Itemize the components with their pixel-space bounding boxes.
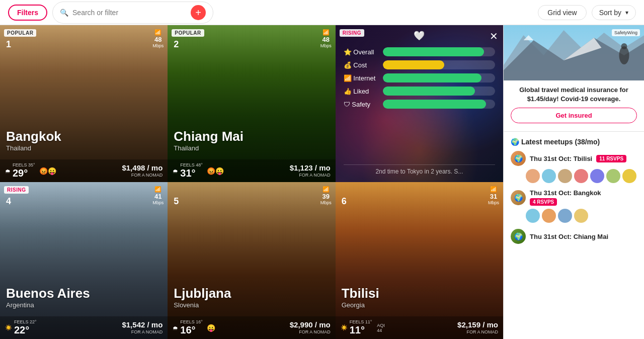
country-name: Slovenia	[174, 301, 231, 309]
city-grid: POPULAR 1 📶 48 Mbps Bangkok Thailand 🌧 F…	[0, 25, 503, 339]
get-insured-button[interactable]: Get insured	[511, 108, 637, 123]
rating-bar-bg	[383, 87, 495, 96]
price-value: $2,159 / mo	[457, 320, 498, 329]
temp-value: FEELS 35° 29°	[13, 162, 35, 179]
rating-bar-bg	[383, 100, 495, 109]
temp-area: ☀️ FEELS 11° 11° AQI44	[341, 319, 385, 336]
card-bottom-info: ☀️ FEELS 22° 22° $1,542 / mo FOR A NOMAD	[0, 316, 168, 339]
sort-by-button[interactable]: Sort by ▾	[592, 5, 636, 20]
temp-area: 🌧 FEELS 16° 16° 😛	[173, 319, 215, 336]
wifi-info: 📶 48 Mbps	[152, 29, 164, 48]
rating-bar-bg	[383, 60, 495, 69]
avatar	[558, 209, 572, 223]
meetups-title: 🌍 Latest meetups (38/mo)	[511, 138, 637, 146]
sort-by-label: Sort by	[599, 9, 621, 17]
price-subtitle: FOR A NOMAD	[457, 329, 498, 335]
meetup-item-chiangmai: 🌍 Thu 31st Oct: Chiang Mai	[511, 229, 637, 247]
price-area: $1,123 / mo FOR A NOMAD	[290, 163, 331, 178]
wifi-icon: 📶	[152, 186, 164, 193]
mood-icons: 😛	[207, 324, 215, 332]
main-content: POPULAR 1 📶 48 Mbps Bangkok Thailand 🌧 F…	[0, 25, 644, 339]
avatar	[526, 209, 540, 223]
avatar	[542, 169, 556, 183]
avatar	[574, 169, 588, 183]
wifi-unit: Mbps	[152, 200, 164, 205]
avatar	[606, 169, 620, 183]
weather-icon: 🌧	[173, 168, 178, 174]
price-subtitle: FOR A NOMAD	[290, 329, 331, 335]
close-button[interactable]: ✕	[490, 30, 498, 42]
add-filter-button[interactable]: +	[191, 5, 206, 20]
wifi-info: 📶 31 Mbps	[488, 186, 499, 205]
insurance-card: SafetyWing Global travel medical insuran…	[504, 25, 644, 132]
price-subtitle: FOR A NOMAD	[122, 173, 163, 178]
filters-button[interactable]: Filters	[8, 5, 47, 21]
grid-view-button[interactable]: Grid view	[538, 5, 586, 20]
temp-value: FEELS 16° 16°	[180, 319, 203, 336]
weather-icon: ☀️	[5, 324, 12, 331]
meetup-name: Thu 31st Oct: Bangkok	[530, 189, 637, 197]
price-subtitle: FOR A NOMAD	[122, 329, 163, 335]
city-name-area: Buenos Aires Argentina	[6, 286, 90, 309]
avatar	[542, 209, 556, 223]
card-bottom-info: 🌧 FEELS 16° 16° 😛 $2,990 / mo FOR A NOMA…	[168, 316, 335, 339]
heart-icon: 🤍	[414, 30, 425, 41]
rating-cost: 💰 Cost	[344, 60, 495, 69]
rating-bar-bg	[383, 73, 495, 82]
city-card-chiangmai[interactable]: POPULAR 2 📶 48 Mbps Chiang Mai Thailand …	[168, 25, 335, 182]
avatar	[622, 169, 636, 183]
wifi-info: 📶 41 Mbps	[152, 186, 164, 205]
rsvp-badge: 11 RSVPS	[596, 155, 626, 162]
price-area: $2,159 / mo FOR A NOMAD	[457, 320, 498, 335]
city-card-tokyo[interactable]: RISING 🤍 ✕ ⭐ Overall 💰 Cost	[336, 25, 503, 182]
rating-label: 👍 Liked	[344, 88, 379, 95]
rating-label: 💰 Cost	[344, 61, 379, 69]
meetup-name: Thu 31st Oct: Chiang Mai	[530, 233, 608, 240]
city-card-ljubljana[interactable]: 5 📶 39 Mbps Ljubljana Slovenia 🌧 FEELS 1…	[168, 182, 335, 339]
rating-bar	[383, 47, 484, 56]
safety-wing-label: SafetyWing	[612, 29, 640, 36]
meetup-item-tbilisi: 🌍 Thu 31st Oct: Tbilisi 11 RSVPS	[511, 151, 637, 183]
avatar	[590, 169, 604, 183]
card-overlay	[168, 182, 335, 339]
header: Filters 🔍 + Grid view Sort by ▾	[0, 0, 644, 25]
city-card-tbilisi[interactable]: 6 📶 31 Mbps Tbilisi Georgia ☀️ FEELS 11°…	[336, 182, 503, 339]
temp-value: FEELS 11° 11°	[350, 319, 372, 336]
meetup-item-bangkok: 🌍 Thu 31st Oct: Bangkok 4 RSVPS	[511, 189, 637, 223]
mood-icons: 😡😛	[39, 167, 56, 175]
price-subtitle: FOR A NOMAD	[290, 173, 331, 178]
rating-liked: 👍 Liked	[344, 87, 495, 96]
city-name: Chiang Mai	[174, 129, 244, 144]
insurance-image: SafetyWing	[504, 25, 644, 80]
tokyo-footer: 2nd time to Tokyo in 2 years. S...	[344, 164, 495, 175]
rank-number: 1	[6, 39, 11, 50]
mood-icons: 😡😛	[207, 167, 224, 175]
rating-label: 📶 Internet	[344, 74, 379, 82]
badge-rising: RISING	[4, 186, 29, 194]
meetup-header: 🌍 Thu 31st Oct: Tbilisi 11 RSVPS	[511, 151, 637, 166]
rating-label: ⭐ Overall	[344, 48, 379, 56]
rating-bar	[383, 73, 482, 82]
rating-safety: 🛡 Safety	[344, 100, 495, 109]
price-value: $1,542 / mo	[122, 320, 163, 329]
country-name: Georgia	[342, 301, 379, 309]
card-bottom-info: 🌧 FEELS 35° 29° 😡😛 $1,498 / mo FOR A NOM…	[0, 159, 168, 182]
avatar-row	[511, 169, 637, 183]
city-name: Ljubljana	[174, 286, 231, 301]
city-name: Tbilisi	[342, 286, 379, 301]
city-name-area: Bangkok Thailand	[6, 129, 61, 152]
meetup-avatar-main: 🌍	[511, 229, 526, 244]
city-card-bangkok[interactable]: POPULAR 1 📶 48 Mbps Bangkok Thailand 🌧 F…	[0, 25, 168, 182]
city-card-buenos-aires[interactable]: RISING 4 📶 41 Mbps Buenos Aires Argentin…	[0, 182, 168, 339]
temp-area: ☀️ FEELS 22° 22°	[5, 319, 37, 336]
search-bar: 🔍 +	[52, 2, 213, 24]
rating-bar	[383, 60, 445, 69]
city-name: Buenos Aires	[6, 286, 90, 301]
price-area: $1,498 / mo FOR A NOMAD	[122, 163, 163, 178]
wifi-unit: Mbps	[320, 200, 332, 205]
country-name: Thailand	[6, 144, 61, 152]
badge-popular: POPULAR	[172, 29, 204, 37]
wifi-speed: 48	[152, 36, 164, 43]
country-name: Thailand	[174, 144, 244, 152]
search-input[interactable]	[72, 9, 187, 17]
